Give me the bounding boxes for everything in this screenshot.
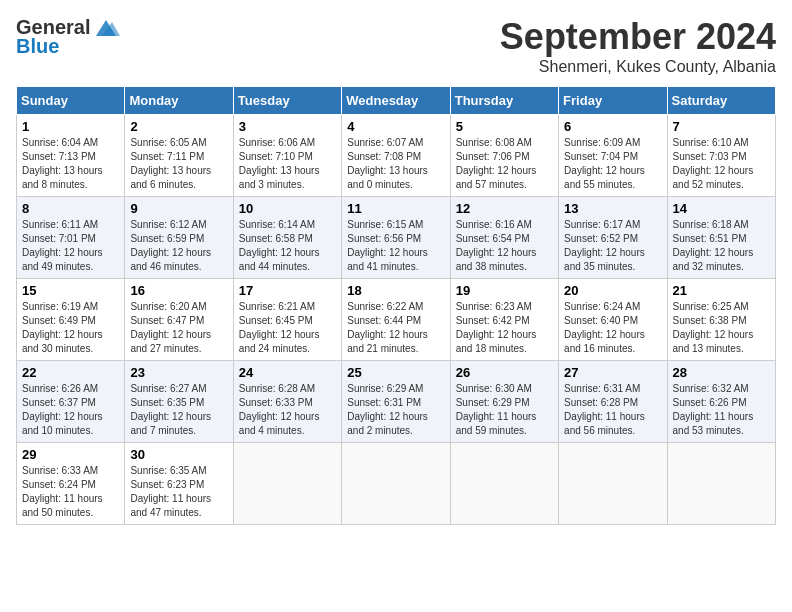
day-number: 4	[347, 119, 444, 134]
day-number: 13	[564, 201, 661, 216]
table-row: 8 Sunrise: 6:11 AM Sunset: 7:01 PM Dayli…	[17, 197, 125, 279]
table-row: 29 Sunrise: 6:33 AM Sunset: 6:24 PM Dayl…	[17, 443, 125, 525]
table-row: 12 Sunrise: 6:16 AM Sunset: 6:54 PM Dayl…	[450, 197, 558, 279]
day-number: 3	[239, 119, 336, 134]
day-detail: Sunrise: 6:24 AM Sunset: 6:40 PM Dayligh…	[564, 300, 661, 356]
day-number: 18	[347, 283, 444, 298]
table-row: 27 Sunrise: 6:31 AM Sunset: 6:28 PM Dayl…	[559, 361, 667, 443]
day-number: 20	[564, 283, 661, 298]
logo-icon	[92, 18, 120, 38]
table-row	[342, 443, 450, 525]
table-row: 20 Sunrise: 6:24 AM Sunset: 6:40 PM Dayl…	[559, 279, 667, 361]
header-saturday: Saturday	[667, 87, 775, 115]
table-row: 14 Sunrise: 6:18 AM Sunset: 6:51 PM Dayl…	[667, 197, 775, 279]
day-detail: Sunrise: 6:30 AM Sunset: 6:29 PM Dayligh…	[456, 382, 553, 438]
day-number: 27	[564, 365, 661, 380]
page-header: General Blue September 2024 Shenmeri, Ku…	[16, 16, 776, 76]
day-detail: Sunrise: 6:04 AM Sunset: 7:13 PM Dayligh…	[22, 136, 119, 192]
table-row: 7 Sunrise: 6:10 AM Sunset: 7:03 PM Dayli…	[667, 115, 775, 197]
table-row: 10 Sunrise: 6:14 AM Sunset: 6:58 PM Dayl…	[233, 197, 341, 279]
day-detail: Sunrise: 6:31 AM Sunset: 6:28 PM Dayligh…	[564, 382, 661, 438]
day-detail: Sunrise: 6:12 AM Sunset: 6:59 PM Dayligh…	[130, 218, 227, 274]
table-row: 2 Sunrise: 6:05 AM Sunset: 7:11 PM Dayli…	[125, 115, 233, 197]
table-row: 19 Sunrise: 6:23 AM Sunset: 6:42 PM Dayl…	[450, 279, 558, 361]
day-detail: Sunrise: 6:33 AM Sunset: 6:24 PM Dayligh…	[22, 464, 119, 520]
day-number: 16	[130, 283, 227, 298]
day-number: 19	[456, 283, 553, 298]
day-detail: Sunrise: 6:11 AM Sunset: 7:01 PM Dayligh…	[22, 218, 119, 274]
table-row	[233, 443, 341, 525]
table-row: 6 Sunrise: 6:09 AM Sunset: 7:04 PM Dayli…	[559, 115, 667, 197]
day-number: 9	[130, 201, 227, 216]
header-wednesday: Wednesday	[342, 87, 450, 115]
table-row: 5 Sunrise: 6:08 AM Sunset: 7:06 PM Dayli…	[450, 115, 558, 197]
day-detail: Sunrise: 6:22 AM Sunset: 6:44 PM Dayligh…	[347, 300, 444, 356]
day-number: 14	[673, 201, 770, 216]
table-row: 25 Sunrise: 6:29 AM Sunset: 6:31 PM Dayl…	[342, 361, 450, 443]
table-row: 3 Sunrise: 6:06 AM Sunset: 7:10 PM Dayli…	[233, 115, 341, 197]
header-sunday: Sunday	[17, 87, 125, 115]
table-row: 4 Sunrise: 6:07 AM Sunset: 7:08 PM Dayli…	[342, 115, 450, 197]
day-number: 12	[456, 201, 553, 216]
day-number: 30	[130, 447, 227, 462]
day-detail: Sunrise: 6:18 AM Sunset: 6:51 PM Dayligh…	[673, 218, 770, 274]
header-monday: Monday	[125, 87, 233, 115]
day-detail: Sunrise: 6:16 AM Sunset: 6:54 PM Dayligh…	[456, 218, 553, 274]
table-row: 23 Sunrise: 6:27 AM Sunset: 6:35 PM Dayl…	[125, 361, 233, 443]
day-detail: Sunrise: 6:09 AM Sunset: 7:04 PM Dayligh…	[564, 136, 661, 192]
table-row: 18 Sunrise: 6:22 AM Sunset: 6:44 PM Dayl…	[342, 279, 450, 361]
day-number: 15	[22, 283, 119, 298]
day-detail: Sunrise: 6:20 AM Sunset: 6:47 PM Dayligh…	[130, 300, 227, 356]
day-number: 10	[239, 201, 336, 216]
table-row	[667, 443, 775, 525]
table-row: 26 Sunrise: 6:30 AM Sunset: 6:29 PM Dayl…	[450, 361, 558, 443]
table-row: 13 Sunrise: 6:17 AM Sunset: 6:52 PM Dayl…	[559, 197, 667, 279]
location-title: Shenmeri, Kukes County, Albania	[500, 58, 776, 76]
day-detail: Sunrise: 6:08 AM Sunset: 7:06 PM Dayligh…	[456, 136, 553, 192]
table-row: 24 Sunrise: 6:28 AM Sunset: 6:33 PM Dayl…	[233, 361, 341, 443]
day-number: 21	[673, 283, 770, 298]
day-detail: Sunrise: 6:21 AM Sunset: 6:45 PM Dayligh…	[239, 300, 336, 356]
days-header-row: Sunday Monday Tuesday Wednesday Thursday…	[17, 87, 776, 115]
day-detail: Sunrise: 6:29 AM Sunset: 6:31 PM Dayligh…	[347, 382, 444, 438]
day-number: 11	[347, 201, 444, 216]
day-number: 17	[239, 283, 336, 298]
day-number: 7	[673, 119, 770, 134]
month-title: September 2024	[500, 16, 776, 58]
day-detail: Sunrise: 6:26 AM Sunset: 6:37 PM Dayligh…	[22, 382, 119, 438]
table-row: 1 Sunrise: 6:04 AM Sunset: 7:13 PM Dayli…	[17, 115, 125, 197]
table-row	[450, 443, 558, 525]
day-number: 5	[456, 119, 553, 134]
day-number: 26	[456, 365, 553, 380]
day-number: 8	[22, 201, 119, 216]
day-detail: Sunrise: 6:35 AM Sunset: 6:23 PM Dayligh…	[130, 464, 227, 520]
header-tuesday: Tuesday	[233, 87, 341, 115]
day-detail: Sunrise: 6:17 AM Sunset: 6:52 PM Dayligh…	[564, 218, 661, 274]
day-detail: Sunrise: 6:28 AM Sunset: 6:33 PM Dayligh…	[239, 382, 336, 438]
day-detail: Sunrise: 6:19 AM Sunset: 6:49 PM Dayligh…	[22, 300, 119, 356]
table-row: 17 Sunrise: 6:21 AM Sunset: 6:45 PM Dayl…	[233, 279, 341, 361]
day-number: 22	[22, 365, 119, 380]
table-row: 16 Sunrise: 6:20 AM Sunset: 6:47 PM Dayl…	[125, 279, 233, 361]
header-friday: Friday	[559, 87, 667, 115]
day-number: 23	[130, 365, 227, 380]
table-row: 11 Sunrise: 6:15 AM Sunset: 6:56 PM Dayl…	[342, 197, 450, 279]
day-number: 6	[564, 119, 661, 134]
table-row: 30 Sunrise: 6:35 AM Sunset: 6:23 PM Dayl…	[125, 443, 233, 525]
table-row: 21 Sunrise: 6:25 AM Sunset: 6:38 PM Dayl…	[667, 279, 775, 361]
day-detail: Sunrise: 6:25 AM Sunset: 6:38 PM Dayligh…	[673, 300, 770, 356]
day-number: 2	[130, 119, 227, 134]
day-number: 29	[22, 447, 119, 462]
header-thursday: Thursday	[450, 87, 558, 115]
day-detail: Sunrise: 6:05 AM Sunset: 7:11 PM Dayligh…	[130, 136, 227, 192]
table-row: 28 Sunrise: 6:32 AM Sunset: 6:26 PM Dayl…	[667, 361, 775, 443]
day-detail: Sunrise: 6:06 AM Sunset: 7:10 PM Dayligh…	[239, 136, 336, 192]
table-row: 15 Sunrise: 6:19 AM Sunset: 6:49 PM Dayl…	[17, 279, 125, 361]
day-detail: Sunrise: 6:10 AM Sunset: 7:03 PM Dayligh…	[673, 136, 770, 192]
day-detail: Sunrise: 6:23 AM Sunset: 6:42 PM Dayligh…	[456, 300, 553, 356]
day-detail: Sunrise: 6:07 AM Sunset: 7:08 PM Dayligh…	[347, 136, 444, 192]
day-detail: Sunrise: 6:15 AM Sunset: 6:56 PM Dayligh…	[347, 218, 444, 274]
day-number: 1	[22, 119, 119, 134]
day-detail: Sunrise: 6:32 AM Sunset: 6:26 PM Dayligh…	[673, 382, 770, 438]
table-row: 9 Sunrise: 6:12 AM Sunset: 6:59 PM Dayli…	[125, 197, 233, 279]
